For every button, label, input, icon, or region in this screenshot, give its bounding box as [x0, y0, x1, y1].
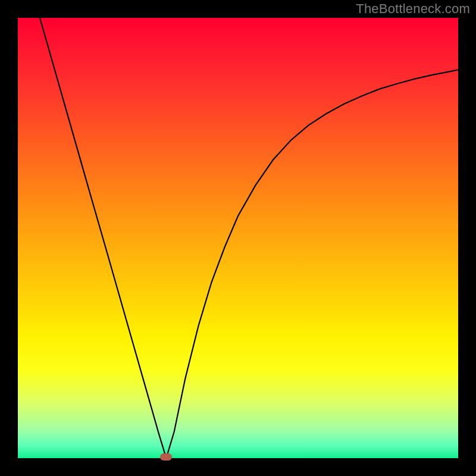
bottleneck-curve	[18, 18, 458, 458]
minimum-marker	[160, 453, 172, 461]
plot-area	[18, 18, 458, 458]
watermark-text: TheBottleneck.com	[356, 1, 470, 17]
chart-container: TheBottleneck.com	[0, 0, 476, 476]
